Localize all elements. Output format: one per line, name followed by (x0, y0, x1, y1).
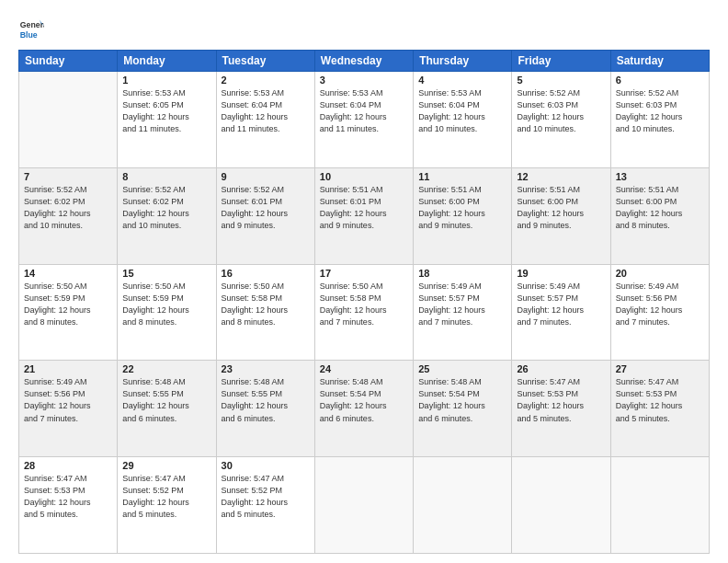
header: General Blue (18, 17, 710, 42)
calendar-week-row: 14Sunrise: 5:50 AMSunset: 5:59 PMDayligh… (19, 264, 710, 361)
calendar-day-cell: 9Sunrise: 5:52 AMSunset: 6:01 PMDaylight… (216, 167, 314, 264)
calendar-day-cell: 28Sunrise: 5:47 AMSunset: 5:53 PMDayligh… (19, 457, 118, 554)
day-header-tuesday: Tuesday (216, 51, 314, 72)
calendar-week-row: 7Sunrise: 5:52 AMSunset: 6:02 PMDaylight… (19, 167, 710, 264)
day-info: Sunrise: 5:48 AMSunset: 5:55 PMDaylight:… (222, 376, 310, 424)
day-number: 13 (616, 171, 704, 182)
calendar-week-row: 21Sunrise: 5:49 AMSunset: 5:56 PMDayligh… (19, 361, 710, 457)
day-number: 15 (122, 268, 210, 279)
day-number: 20 (616, 268, 704, 279)
day-info: Sunrise: 5:50 AMSunset: 5:59 PMDaylight:… (24, 281, 112, 328)
calendar-day-cell: 11Sunrise: 5:51 AMSunset: 6:00 PMDayligh… (414, 167, 512, 264)
calendar-day-cell: 19Sunrise: 5:49 AMSunset: 5:57 PMDayligh… (512, 264, 610, 361)
calendar-day-cell: 2Sunrise: 5:53 AMSunset: 6:04 PMDaylight… (216, 72, 314, 168)
day-info: Sunrise: 5:53 AMSunset: 6:05 PMDaylight:… (122, 87, 210, 135)
calendar-week-row: 28Sunrise: 5:47 AMSunset: 5:53 PMDayligh… (19, 457, 710, 554)
calendar-day-cell: 4Sunrise: 5:53 AMSunset: 6:04 PMDaylight… (414, 72, 512, 168)
day-header-monday: Monday (118, 51, 216, 72)
svg-text:Blue: Blue (20, 30, 38, 40)
calendar-table: SundayMondayTuesdayWednesdayThursdayFrid… (18, 50, 710, 554)
day-info: Sunrise: 5:49 AMSunset: 5:56 PMDaylight:… (616, 281, 704, 328)
calendar-day-cell: 5Sunrise: 5:52 AMSunset: 6:03 PMDaylight… (512, 72, 610, 168)
day-info: Sunrise: 5:52 AMSunset: 6:01 PMDaylight:… (222, 184, 310, 232)
day-info: Sunrise: 5:52 AMSunset: 6:03 PMDaylight:… (616, 87, 704, 135)
calendar-day-cell: 10Sunrise: 5:51 AMSunset: 6:01 PMDayligh… (314, 167, 413, 264)
calendar-day-cell (414, 457, 512, 554)
calendar-day-cell: 27Sunrise: 5:47 AMSunset: 5:53 PMDayligh… (610, 361, 709, 457)
day-number: 4 (418, 75, 506, 86)
day-info: Sunrise: 5:51 AMSunset: 6:00 PMDaylight:… (616, 184, 704, 232)
day-header-sunday: Sunday (19, 51, 118, 72)
day-info: Sunrise: 5:51 AMSunset: 6:01 PMDaylight:… (320, 184, 408, 232)
calendar-day-cell (19, 72, 118, 168)
day-info: Sunrise: 5:51 AMSunset: 6:00 PMDaylight:… (517, 184, 605, 232)
calendar-day-cell (314, 457, 413, 554)
day-number: 5 (517, 75, 605, 86)
day-number: 16 (222, 268, 310, 279)
calendar-day-cell: 13Sunrise: 5:51 AMSunset: 6:00 PMDayligh… (610, 167, 709, 264)
day-number: 8 (122, 171, 210, 182)
calendar-day-cell: 14Sunrise: 5:50 AMSunset: 5:59 PMDayligh… (19, 264, 118, 361)
calendar-day-cell: 22Sunrise: 5:48 AMSunset: 5:55 PMDayligh… (118, 361, 216, 457)
calendar-day-cell: 29Sunrise: 5:47 AMSunset: 5:52 PMDayligh… (118, 457, 216, 554)
day-info: Sunrise: 5:52 AMSunset: 6:03 PMDaylight:… (517, 87, 605, 135)
day-header-saturday: Saturday (610, 51, 709, 72)
day-info: Sunrise: 5:49 AMSunset: 5:57 PMDaylight:… (418, 281, 506, 328)
day-number: 27 (616, 363, 704, 374)
calendar-day-cell: 8Sunrise: 5:52 AMSunset: 6:02 PMDaylight… (118, 167, 216, 264)
calendar-day-cell: 30Sunrise: 5:47 AMSunset: 5:52 PMDayligh… (216, 457, 314, 554)
logo-icon: General Blue (18, 17, 44, 42)
calendar-day-cell: 17Sunrise: 5:50 AMSunset: 5:58 PMDayligh… (314, 264, 413, 361)
calendar-page: General Blue SundayMondayTuesdayWednesda… (0, 0, 728, 563)
calendar-day-cell: 26Sunrise: 5:47 AMSunset: 5:53 PMDayligh… (512, 361, 610, 457)
calendar-day-cell (610, 457, 709, 554)
day-number: 3 (320, 75, 408, 86)
day-info: Sunrise: 5:48 AMSunset: 5:54 PMDaylight:… (418, 376, 506, 424)
day-number: 24 (320, 363, 408, 374)
day-number: 6 (616, 75, 704, 86)
day-info: Sunrise: 5:53 AMSunset: 6:04 PMDaylight:… (320, 87, 408, 135)
day-info: Sunrise: 5:47 AMSunset: 5:52 PMDaylight:… (122, 473, 210, 521)
day-number: 29 (122, 460, 210, 471)
calendar-day-cell: 16Sunrise: 5:50 AMSunset: 5:58 PMDayligh… (216, 264, 314, 361)
day-info: Sunrise: 5:52 AMSunset: 6:02 PMDaylight:… (24, 184, 112, 232)
calendar-day-cell (512, 457, 610, 554)
calendar-day-cell: 18Sunrise: 5:49 AMSunset: 5:57 PMDayligh… (414, 264, 512, 361)
calendar-day-cell: 23Sunrise: 5:48 AMSunset: 5:55 PMDayligh… (216, 361, 314, 457)
day-info: Sunrise: 5:52 AMSunset: 6:02 PMDaylight:… (122, 184, 210, 232)
day-number: 23 (222, 363, 310, 374)
day-info: Sunrise: 5:51 AMSunset: 6:00 PMDaylight:… (418, 184, 506, 232)
day-number: 1 (122, 75, 210, 86)
day-number: 9 (222, 171, 310, 182)
calendar-week-row: 1Sunrise: 5:53 AMSunset: 6:05 PMDaylight… (19, 72, 710, 168)
day-info: Sunrise: 5:48 AMSunset: 5:55 PMDaylight:… (122, 376, 210, 424)
day-info: Sunrise: 5:47 AMSunset: 5:53 PMDaylight:… (517, 376, 605, 424)
calendar-day-cell: 1Sunrise: 5:53 AMSunset: 6:05 PMDaylight… (118, 72, 216, 168)
day-number: 2 (222, 75, 310, 86)
calendar-day-cell: 20Sunrise: 5:49 AMSunset: 5:56 PMDayligh… (610, 264, 709, 361)
day-info: Sunrise: 5:48 AMSunset: 5:54 PMDaylight:… (320, 376, 408, 424)
day-number: 11 (418, 171, 506, 182)
calendar-day-cell: 7Sunrise: 5:52 AMSunset: 6:02 PMDaylight… (19, 167, 118, 264)
logo: General Blue (18, 17, 48, 42)
calendar-header-row: SundayMondayTuesdayWednesdayThursdayFrid… (19, 51, 710, 72)
day-number: 28 (24, 460, 112, 471)
day-number: 12 (517, 171, 605, 182)
day-number: 10 (320, 171, 408, 182)
day-info: Sunrise: 5:53 AMSunset: 6:04 PMDaylight:… (418, 87, 506, 135)
day-number: 17 (320, 268, 408, 279)
day-info: Sunrise: 5:50 AMSunset: 5:59 PMDaylight:… (122, 281, 210, 328)
calendar-day-cell: 25Sunrise: 5:48 AMSunset: 5:54 PMDayligh… (414, 361, 512, 457)
calendar-day-cell: 24Sunrise: 5:48 AMSunset: 5:54 PMDayligh… (314, 361, 413, 457)
day-info: Sunrise: 5:50 AMSunset: 5:58 PMDaylight:… (320, 281, 408, 328)
calendar-day-cell: 12Sunrise: 5:51 AMSunset: 6:00 PMDayligh… (512, 167, 610, 264)
day-header-friday: Friday (512, 51, 610, 72)
day-number: 18 (418, 268, 506, 279)
calendar-day-cell: 15Sunrise: 5:50 AMSunset: 5:59 PMDayligh… (118, 264, 216, 361)
day-number: 19 (517, 268, 605, 279)
calendar-day-cell: 3Sunrise: 5:53 AMSunset: 6:04 PMDaylight… (314, 72, 413, 168)
day-number: 7 (24, 171, 112, 182)
day-info: Sunrise: 5:47 AMSunset: 5:53 PMDaylight:… (24, 473, 112, 521)
day-info: Sunrise: 5:49 AMSunset: 5:56 PMDaylight:… (24, 376, 112, 424)
day-number: 26 (517, 363, 605, 374)
